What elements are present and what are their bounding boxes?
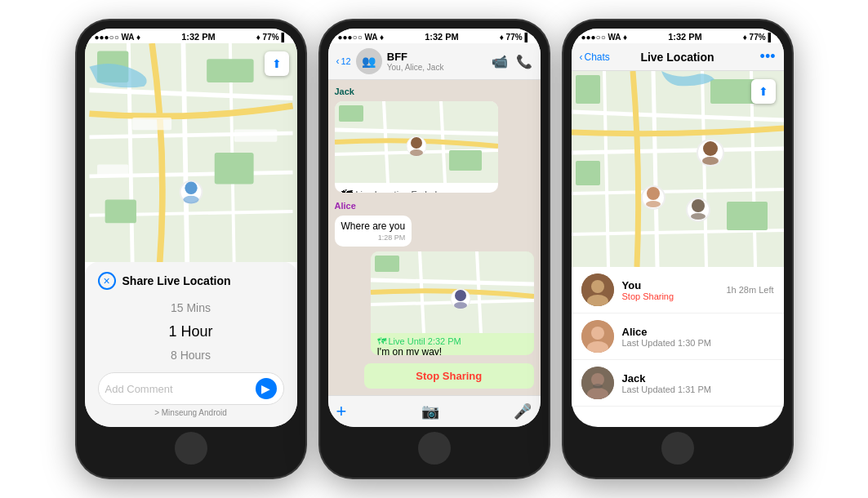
svg-point-57 [692,199,705,212]
svg-point-58 [691,213,706,220]
person-status-alice: Last Updated 1:30 PM [622,338,766,348]
signal-carrier: ●●●○○ WA ♦ [581,33,628,42]
battery: ♦ 77% ▌ [500,33,531,42]
svg-rect-14 [97,164,128,175]
phone-1: ●●●○○ WA ♦ 1:32 PM ♦ 77% ▌ [77,20,305,478]
svg-point-68 [593,384,603,389]
time-option-8hours[interactable]: 8 Hours [171,345,211,366]
person-row-jack: Jack Last Updated 1:31 PM [572,360,784,407]
svg-rect-49 [727,202,768,230]
chat-messages: Jack [328,80,541,395]
person-status-jack: Last Updated 1:31 PM [622,385,766,394]
battery: ♦ 77% ▌ [743,33,774,42]
person-status-you[interactable]: Stop Sharing [622,291,719,301]
location-ended-info: 🗺 Live Location Ended 1:12 PM [335,183,498,193]
signal-carrier: ●●●○○ WA ♦ [95,33,141,42]
live-until-text: Live Until 2:32 PM [389,336,461,346]
avatar-you [581,273,614,306]
navigation-arrow-3[interactable]: ⬆ [751,79,776,104]
phone-3: ●●●○○ WA ♦ 1:32 PM ♦ 77% ▌ ‹ Chats Live … [563,20,792,478]
svg-point-51 [703,141,718,156]
group-members: You, Alice, Jack [387,63,487,72]
outgoing-location-map [371,251,534,333]
home-button[interactable] [661,432,694,465]
outgoing-location-card: 🗺 Live Until 2:32 PM I'm on my way! 1:32… [371,251,534,355]
home-button[interactable] [175,432,207,465]
outgoing-text: I'm on my way! [377,346,527,355]
comment-placeholder: Add Comment [105,383,256,395]
footer-label: > Minseung Android [98,408,284,417]
person-row-you: You Stop Sharing 1h 28m Left [572,267,784,313]
close-button[interactable]: × [98,272,116,290]
time-option-1hour[interactable]: 1 Hour [168,318,212,345]
live-location-title: Live Location [621,51,735,64]
navigation-arrow[interactable]: ⬆ [265,51,289,76]
svg-point-63 [591,327,604,340]
plus-icon[interactable]: + [336,401,347,422]
call-icon[interactable]: 📞 [516,54,532,69]
share-header: × Share Live Location [98,272,284,290]
time-options: 15 Mins 1 Hour 8 Hours [98,298,284,366]
svg-rect-23 [339,105,363,122]
chat-info: BFF You, Alice, Jack [387,51,487,72]
phone-1-screen: ●●●○○ WA ♦ 1:32 PM ♦ 77% ▌ [85,29,297,427]
phone-3-screen: ●●●○○ WA ♦ 1:32 PM ♦ 77% ▌ ‹ Chats Live … [572,29,784,427]
back-to-chats[interactable]: ‹ Chats [580,51,621,63]
phone-3-status-bar: ●●●○○ WA ♦ 1:32 PM ♦ 77% ▌ [572,29,784,43]
location-ended-text: Live Location Ended [356,189,438,193]
person-name-alice: Alice [622,326,766,338]
video-call-icon[interactable]: 📹 [492,54,508,69]
location-ended-card: 🗺 Live Location Ended 1:12 PM [335,101,498,193]
svg-rect-10 [214,153,253,184]
send-button[interactable]: ▶ [256,378,277,399]
time-option-15min[interactable]: 15 Mins [171,298,211,318]
svg-rect-9 [207,59,253,82]
signal-carrier: ●●●○○ WA ♦ [338,33,385,42]
chat-input-bar: + 📷 🎤 [328,395,541,427]
svg-point-55 [646,201,661,207]
person-row-alice: Alice Last Updated 1:30 PM [572,313,784,360]
time: 1:32 PM [425,32,459,42]
group-avatar: 👥 [356,48,382,74]
svg-rect-46 [576,75,600,104]
svg-rect-47 [710,79,755,104]
svg-rect-13 [234,129,277,141]
location-ended-map [335,101,498,183]
svg-rect-24 [449,150,482,171]
phone-1-map: ⬆ [85,43,297,262]
chat-action-icons: 📹 📞 [492,54,532,69]
camera-icon[interactable]: 📷 [421,402,439,420]
person-name-you: You [622,279,719,291]
alice-sender-label: Alice [335,201,534,211]
home-button[interactable] [418,432,451,465]
stop-sharing-button[interactable]: Stop Sharing [364,363,533,389]
svg-rect-12 [132,118,171,130]
person-info-jack: Jack Last Updated 1:31 PM [622,372,766,394]
svg-rect-11 [105,200,136,224]
time: 1:32 PM [181,32,216,42]
phone-3-map: ⬆ [572,71,784,267]
svg-point-26 [411,137,422,149]
svg-point-54 [647,187,660,200]
share-panel: × Share Live Location 15 Mins 1 Hour 8 H… [85,262,297,427]
avatar-jack [581,367,614,399]
phone-1-status-bar: ●●●○○ WA ♦ 1:32 PM ♦ 77% ▌ [85,29,297,43]
svg-point-36 [454,302,467,309]
phone-2-status-bar: ●●●○○ WA ♦ 1:32 PM ♦ 77% ▌ [328,29,541,43]
svg-point-16 [185,182,197,194]
svg-point-35 [455,290,466,301]
phones-container: ●●●○○ WA ♦ 1:32 PM ♦ 77% ▌ [60,4,808,494]
svg-point-60 [591,280,604,293]
svg-rect-33 [375,256,399,272]
alice-text: Where are you [341,220,406,232]
live-location-header: ‹ Chats Live Location ••• [572,43,784,71]
share-title: Share Live Location [122,274,231,287]
svg-rect-48 [576,161,600,185]
back-button[interactable]: ‹12 [336,56,351,67]
mic-icon[interactable]: 🎤 [514,402,532,420]
more-options-button[interactable]: ••• [735,48,776,65]
alice-time: 1:28 PM [341,233,406,242]
group-name: BFF [387,51,487,63]
comment-input-row: Add Comment ▶ [98,372,284,405]
alice-message: Where are you 1:28 PM [335,216,412,247]
